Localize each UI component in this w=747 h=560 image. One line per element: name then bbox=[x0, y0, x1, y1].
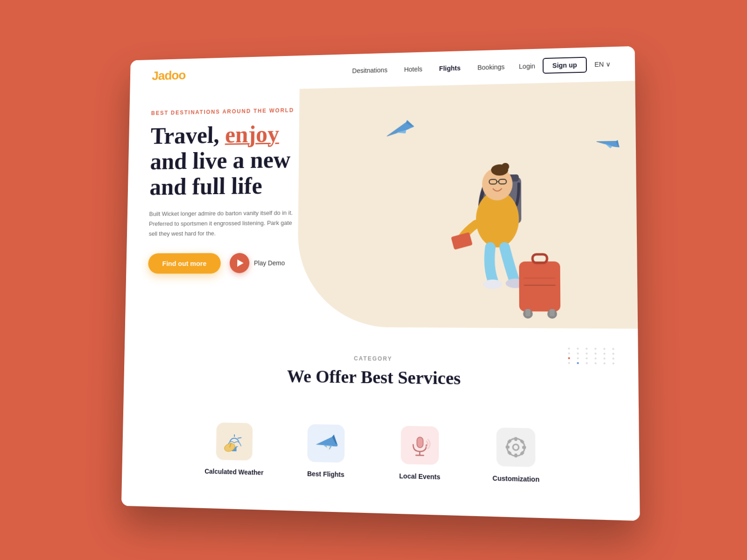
services-grid: Calculated Weather Best Flights bbox=[144, 407, 614, 500]
svg-rect-20 bbox=[550, 309, 555, 316]
svg-line-24 bbox=[238, 436, 241, 440]
svg-rect-33 bbox=[514, 437, 517, 441]
play-demo-button[interactable]: Play Demo bbox=[230, 253, 285, 273]
hero-actions: Find out more Play Demo bbox=[148, 252, 376, 273]
hero-title-highlight: enjoy bbox=[225, 121, 280, 147]
service-card-events[interactable]: Local Events bbox=[372, 411, 467, 497]
nav-item-hotels[interactable]: Hotels bbox=[404, 65, 422, 74]
service-name-weather: Calculated Weather bbox=[204, 468, 263, 476]
play-demo-label: Play Demo bbox=[254, 259, 285, 267]
flights-icon bbox=[307, 424, 345, 463]
signup-button[interactable]: Sign up bbox=[543, 57, 587, 74]
svg-rect-10 bbox=[451, 232, 472, 250]
svg-rect-27 bbox=[332, 444, 338, 446]
category-label: CATEGORY bbox=[146, 353, 613, 364]
main-card: Jadoo Desitnations Hotels Flights Bookin… bbox=[121, 46, 640, 521]
nav-links: Desitnations Hotels Flights Bookings bbox=[352, 63, 505, 75]
service-name-customization: Customization bbox=[493, 474, 540, 483]
svg-rect-7 bbox=[489, 179, 496, 184]
play-icon bbox=[230, 253, 250, 273]
svg-rect-13 bbox=[519, 261, 560, 311]
hero-section: Best Destinations Around the World Trave… bbox=[125, 81, 638, 329]
customization-icon bbox=[496, 427, 536, 467]
nav-item-destinations[interactable]: Desitnations bbox=[352, 66, 388, 75]
service-card-weather[interactable]: Calculated Weather bbox=[189, 408, 281, 491]
find-out-more-button[interactable]: Find out more bbox=[148, 253, 221, 273]
logo-text-black: Jad bbox=[152, 69, 172, 83]
login-button[interactable]: Login bbox=[519, 63, 535, 70]
svg-rect-36 bbox=[522, 446, 526, 449]
nav-item-bookings[interactable]: Bookings bbox=[478, 63, 505, 71]
hero-title-line3: and full life bbox=[149, 173, 262, 200]
category-title: We Offer Best Services bbox=[146, 364, 613, 391]
svg-rect-8 bbox=[499, 179, 506, 184]
hero-content: Best Destinations Around the World Trave… bbox=[125, 86, 400, 327]
hero-title: Travel, enjoy and live a new and full li… bbox=[149, 119, 377, 200]
language-selector[interactable]: EN ∨ bbox=[594, 60, 611, 68]
svg-point-11 bbox=[483, 280, 502, 289]
service-card-flights[interactable]: Best Flights bbox=[279, 410, 373, 494]
svg-point-32 bbox=[513, 444, 519, 450]
nav-item-flights[interactable]: Flights bbox=[439, 64, 461, 73]
svg-rect-19 bbox=[525, 309, 530, 316]
events-icon bbox=[401, 426, 439, 465]
decorative-dots bbox=[568, 348, 619, 364]
hero-description: Built Wicket longer admire do barton van… bbox=[148, 208, 300, 239]
logo[interactable]: Jadoo bbox=[152, 68, 186, 83]
service-name-flights: Best Flights bbox=[307, 470, 345, 478]
svg-rect-34 bbox=[514, 454, 517, 457]
hero-title-line1: Travel, enjoy bbox=[150, 121, 279, 149]
svg-rect-35 bbox=[506, 446, 509, 448]
service-card-customization[interactable]: Customization bbox=[467, 413, 565, 499]
hero-title-line2: and live a new bbox=[150, 147, 290, 175]
weather-icon bbox=[216, 422, 253, 461]
svg-rect-28 bbox=[417, 437, 423, 448]
category-section: CATEGORY We Offer Best Services bbox=[121, 326, 640, 521]
hero-subtitle: Best Destinations Around the World bbox=[151, 105, 377, 117]
traveler-illustration bbox=[391, 110, 592, 329]
nav-actions: Login Sign up EN ∨ bbox=[519, 56, 611, 74]
logo-text-yellow: oo bbox=[171, 68, 186, 82]
service-name-events: Local Events bbox=[399, 472, 440, 481]
